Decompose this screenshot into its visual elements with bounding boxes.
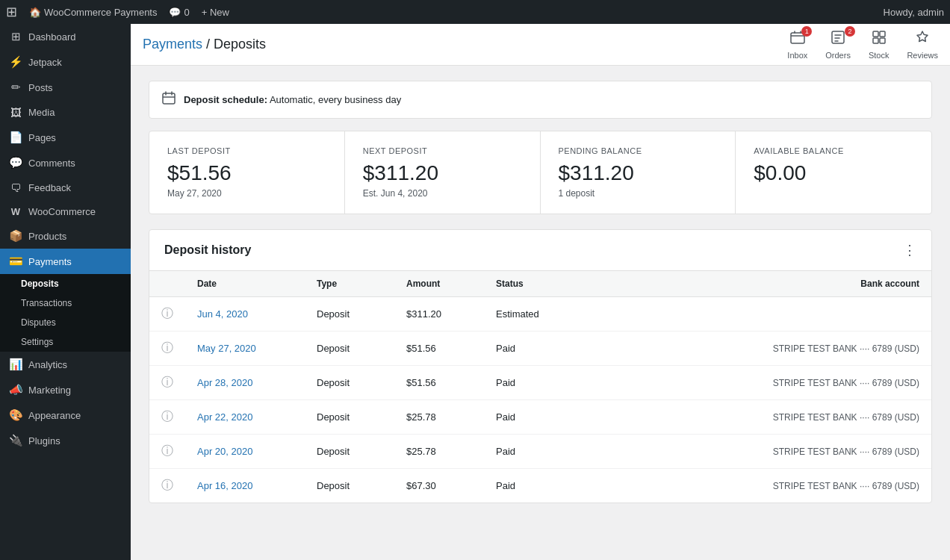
col-header-date: Date: [185, 271, 305, 297]
sidebar-item-feedback[interactable]: 🗨 Feedback: [0, 175, 131, 200]
svg-rect-2: [873, 31, 878, 37]
sidebar-item-pages[interactable]: 📄 Pages: [0, 125, 131, 150]
feedback-icon: 🗨: [9, 181, 22, 194]
top-action-inbox[interactable]: 1 Inbox: [787, 29, 807, 60]
breadcrumb-current: Deposits: [214, 37, 266, 52]
deposits-table: Date Type Amount Status Bank account ⓘ J…: [149, 271, 931, 503]
three-dots-menu-button[interactable]: ⋮: [903, 242, 916, 258]
row-type: Deposit: [305, 332, 394, 366]
stat-last-deposit-value: $51.56: [167, 161, 326, 185]
sidebar-submenu-disputes[interactable]: Disputes: [0, 313, 131, 332]
sidebar-item-jetpack[interactable]: ⚡ Jetpack: [0, 49, 131, 75]
sidebar-item-analytics[interactable]: 📊 Analytics: [0, 352, 131, 377]
reviews-label: Reviews: [907, 51, 938, 60]
svg-rect-5: [880, 38, 885, 43]
row-type: Deposit: [305, 297, 394, 332]
row-date[interactable]: Apr 22, 2020: [185, 400, 305, 435]
row-date-link[interactable]: Apr 20, 2020: [197, 446, 252, 457]
top-action-reviews[interactable]: Reviews: [907, 29, 938, 60]
sidebar-item-products[interactable]: 📦 Products: [0, 223, 131, 249]
col-header-type: Type: [305, 271, 394, 297]
sidebar-item-woocommerce[interactable]: W WooCommerce: [0, 200, 131, 223]
row-date[interactable]: Apr 28, 2020: [185, 366, 305, 400]
main-content: Payments / Deposits 1 Inbox: [131, 24, 950, 560]
row-type: Deposit: [305, 469, 394, 503]
stat-next-deposit-sub: Est. Jun 4, 2020: [363, 188, 522, 199]
stat-last-deposit-sub: May 27, 2020: [167, 188, 326, 199]
row-status: Paid: [484, 469, 574, 503]
admin-bar-site-name[interactable]: 🏠 WooCommerce Payments: [29, 7, 157, 18]
stat-pending-balance: PENDING BALANCE $311.20 1 deposit: [541, 131, 736, 214]
row-info-icon: ⓘ: [149, 400, 185, 435]
inbox-badge: 1: [801, 26, 812, 37]
sidebar-item-comments[interactable]: 💬 Comments: [0, 150, 131, 175]
row-status: Paid: [484, 366, 574, 400]
row-bank: STRIPE TEST BANK ···· 6789 (USD): [574, 435, 931, 469]
row-status: Paid: [484, 435, 574, 469]
sidebar-item-payments[interactable]: 💳 Payments: [0, 249, 131, 274]
sidebar-item-media[interactable]: 🖼 Media: [0, 100, 131, 125]
breadcrumb-link[interactable]: Payments: [143, 37, 202, 52]
media-icon: 🖼: [9, 106, 22, 119]
col-header-icon: [149, 271, 185, 297]
marketing-icon: 📣: [9, 383, 22, 396]
stat-pending-balance-label: PENDING BALANCE: [559, 146, 718, 155]
row-type: Deposit: [305, 435, 394, 469]
row-date[interactable]: May 27, 2020: [185, 332, 305, 366]
col-header-status: Status: [484, 271, 574, 297]
payments-icon: 💳: [9, 255, 22, 268]
row-date-link[interactable]: Jun 4, 2020: [197, 308, 248, 320]
row-bank: STRIPE TEST BANK ···· 6789 (USD): [574, 400, 931, 435]
sidebar-item-dashboard[interactable]: ⊞ Dashboard: [0, 24, 131, 49]
sidebar-submenu-deposits[interactable]: Deposits: [0, 274, 131, 293]
deposit-history-card: Deposit history ⋮ Date Type Amount Statu…: [149, 229, 932, 503]
row-date[interactable]: Apr 16, 2020: [185, 469, 305, 503]
history-card-header: Deposit history ⋮: [149, 230, 931, 271]
stat-last-deposit: LAST DEPOSIT $51.56 May 27, 2020: [149, 131, 345, 214]
top-action-orders[interactable]: 2 Orders: [825, 29, 851, 60]
row-date-link[interactable]: May 27, 2020: [197, 343, 256, 354]
row-bank: STRIPE TEST BANK ···· 6789 (USD): [574, 332, 931, 366]
table-row: ⓘ Apr 20, 2020 Deposit $25.78 Paid STRIP…: [149, 435, 931, 469]
stat-available-balance: AVAILABLE BALANCE $0.00: [736, 131, 931, 214]
sidebar-submenu-transactions[interactable]: Transactions: [0, 293, 131, 313]
history-card-title: Deposit history: [164, 243, 251, 257]
stat-available-balance-label: AVAILABLE BALANCE: [754, 146, 913, 155]
row-date-link[interactable]: Apr 28, 2020: [197, 377, 252, 388]
table-header-row: Date Type Amount Status Bank account: [149, 271, 931, 297]
plugins-icon: 🔌: [9, 434, 22, 447]
row-date-link[interactable]: Apr 22, 2020: [197, 411, 252, 423]
stat-next-deposit-label: NEXT DEPOSIT: [363, 146, 522, 155]
posts-icon: ✏: [9, 81, 22, 94]
sidebar-item-plugins[interactable]: 🔌 Plugins: [0, 428, 131, 453]
stats-row: LAST DEPOSIT $51.56 May 27, 2020 NEXT DE…: [149, 131, 932, 214]
admin-bar-new[interactable]: + New: [202, 7, 229, 18]
sidebar-item-marketing[interactable]: 📣 Marketing: [0, 377, 131, 402]
table-row: ⓘ Apr 22, 2020 Deposit $25.78 Paid STRIP…: [149, 400, 931, 435]
pages-icon: 📄: [9, 131, 22, 144]
stat-pending-balance-value: $311.20: [559, 161, 718, 185]
sidebar-item-appearance[interactable]: 🎨 Appearance: [0, 402, 131, 428]
analytics-icon: 📊: [9, 358, 22, 371]
appearance-icon: 🎨: [9, 408, 22, 422]
jetpack-icon: ⚡: [9, 55, 22, 69]
row-status: Paid: [484, 400, 574, 435]
row-info-icon: ⓘ: [149, 297, 185, 332]
sidebar-item-posts[interactable]: ✏ Posts: [0, 75, 131, 100]
stat-pending-balance-sub: 1 deposit: [559, 188, 718, 199]
row-date-link[interactable]: Apr 16, 2020: [197, 480, 252, 491]
row-info-icon: ⓘ: [149, 332, 185, 366]
orders-badge: 2: [845, 26, 855, 37]
stock-label: Stock: [869, 51, 890, 60]
calendar-icon: [161, 90, 176, 109]
row-date[interactable]: Jun 4, 2020: [185, 297, 305, 332]
row-amount: $25.78: [394, 435, 484, 469]
row-date[interactable]: Apr 20, 2020: [185, 435, 305, 469]
admin-bar-comments[interactable]: 💬 0: [169, 7, 189, 18]
woocommerce-icon: W: [9, 206, 22, 217]
orders-icon: [830, 29, 846, 49]
top-action-stock[interactable]: Stock: [869, 29, 890, 60]
row-amount: $25.78: [394, 400, 484, 435]
table-row: ⓘ May 27, 2020 Deposit $51.56 Paid STRIP…: [149, 332, 931, 366]
sidebar-submenu-settings[interactable]: Settings: [0, 332, 131, 352]
